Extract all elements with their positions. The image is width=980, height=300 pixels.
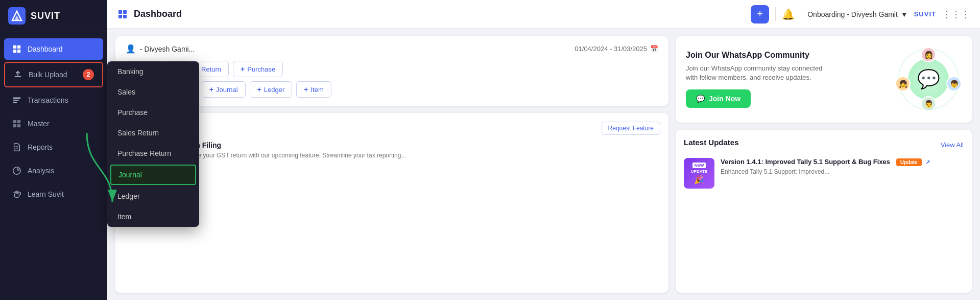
new-label: NEW (692, 163, 706, 168)
wa-avatar-right: 👦 (946, 76, 962, 91)
user-dropdown[interactable]: Onboarding - Divyesh Gamit ▼ (807, 10, 908, 18)
svg-rect-6 (17, 50, 20, 53)
latest-updates-card: Latest Updates View All NEW UPDATE 🎉 Ver… (676, 130, 972, 293)
upcoming-features-header: Upcoming Features Request Feature (124, 121, 660, 135)
request-feature-button[interactable]: Request Feature (602, 122, 660, 135)
header: Dashboard + 🔔 Onboarding - Divyesh Gamit… (107, 0, 980, 29)
dropdown-item-purchase[interactable]: Purchase (107, 102, 199, 123)
quick-btn-journal[interactable]: + Journal (202, 81, 246, 98)
user-icon: 👤 (126, 44, 136, 54)
dropdown-item-ledger[interactable]: Ledger (107, 186, 199, 206)
dropdown-item-sales[interactable]: Sales (107, 82, 199, 102)
svg-rect-7 (15, 76, 21, 77)
svg-rect-5 (13, 50, 16, 53)
dropdown-item-banking[interactable]: Banking (107, 61, 199, 82)
header-right: + 🔔 Onboarding - Divyesh Gamit ▼ SUVIT ⋮… (751, 5, 970, 24)
transactions-label: Transactions (28, 96, 68, 104)
analysis-label: Analysis (28, 167, 54, 175)
whatsapp-graphic: 💬 👩 👧 👦 👨 (895, 46, 962, 112)
header-divider (775, 7, 776, 21)
quick-btn-ledger[interactable]: + Ledger (250, 81, 293, 98)
wa-avatar-bottom: 👨 (921, 96, 936, 111)
analysis-icon (12, 166, 21, 175)
suvit-logo-icon (8, 7, 26, 25)
sidebar-logo: SUVIT (0, 0, 107, 32)
user-label: Onboarding - Divyesh Gamit (807, 10, 898, 18)
update-item: NEW UPDATE 🎉 Version 1.4.1: Improved Tal… (684, 158, 964, 189)
transactions-icon (12, 96, 21, 105)
dropdown-item-sales-return[interactable]: Sales Return (107, 123, 199, 143)
dropdown-item-item[interactable]: Item (107, 206, 199, 227)
header-grid-icon (117, 9, 128, 19)
card-date: 01/04/2024 - 31/03/2025 📅 (575, 45, 658, 53)
dropdown-menu: Banking Sales Purchase Sales Return Purc… (107, 61, 199, 227)
wa-center-icon: 💬 (908, 59, 949, 100)
suvit-brand-label: SUVIT (914, 10, 936, 18)
svg-rect-3 (13, 45, 16, 49)
svg-rect-8 (13, 98, 20, 99)
card-user-info: 👤 - Divyesh Gami... (126, 44, 195, 54)
add-button[interactable]: + (751, 5, 769, 24)
whatsapp-description: Join our WhatsApp community stay connect… (686, 64, 829, 82)
dashboard-area: 👤 - Divyesh Gami... 01/04/2024 - 31/03/2… (107, 29, 980, 300)
svg-rect-9 (13, 100, 19, 101)
svg-rect-11 (13, 120, 16, 123)
view-all-link[interactable]: View All (941, 141, 964, 149)
master-icon (12, 119, 21, 128)
sidebar-item-dashboard[interactable]: Dashboard (4, 38, 103, 60)
logo-text: SUVIT (31, 11, 60, 21)
whatsapp-info: Join Our WhatsApp Community Join our Wha… (686, 51, 829, 108)
header-left: Dashboard (117, 9, 182, 19)
calendar-icon: 📅 (650, 45, 658, 53)
svg-rect-4 (17, 45, 20, 49)
svg-rect-14 (17, 124, 20, 127)
whatsapp-title: Join Our WhatsApp Community (686, 51, 829, 60)
whatsapp-icon: 💬 (696, 95, 705, 103)
svg-rect-20 (118, 10, 122, 14)
sidebar: SUVIT Dashboard Bulk Upload 2 Transactio… (0, 0, 107, 300)
right-panel: Join Our WhatsApp Community Join our Wha… (676, 36, 972, 293)
sidebar-item-master[interactable]: Master (4, 113, 103, 134)
learn-suvit-label: Learn Suvit (28, 190, 64, 198)
svg-rect-23 (123, 15, 127, 18)
sidebar-item-learn-suvit[interactable]: Learn Suvit (4, 183, 103, 205)
dashboard-label: Dashboard (28, 45, 63, 53)
wa-avatar-left: 👧 (895, 76, 911, 91)
quick-entry-header: 👤 - Divyesh Gami... 01/04/2024 - 31/03/2… (126, 44, 658, 54)
external-link-icon[interactable]: ↗ (925, 159, 930, 165)
update-badge: Update (896, 158, 922, 166)
join-now-label: Join Now (709, 95, 740, 103)
dropdown-item-journal[interactable]: Journal (110, 165, 196, 185)
svg-rect-12 (17, 120, 20, 123)
sidebar-nav: Dashboard Bulk Upload 2 Transactions Mas… (0, 32, 107, 300)
update-icon-box: NEW UPDATE 🎉 (684, 158, 714, 189)
update-title: Version 1.4.1: Improved Tally 5.1 Suppor… (721, 158, 930, 166)
master-label: Master (28, 120, 50, 128)
quick-btn-item[interactable]: + Item (296, 81, 331, 98)
grid-dots-icon[interactable]: ⋮⋮⋮ (942, 9, 970, 20)
dashboard-icon (12, 44, 21, 54)
quick-btn-purchase[interactable]: + Purchase (233, 61, 283, 77)
quick-buttons-row-2: + Purchase Return + Journal + Ledger + I… (126, 81, 658, 98)
date-range-text: 01/04/2024 - 31/03/2025 (575, 45, 647, 53)
sidebar-item-analysis[interactable]: Analysis (4, 160, 103, 181)
header-divider-2 (801, 7, 801, 21)
join-now-button[interactable]: 💬 Join Now (686, 89, 751, 108)
updates-header: Latest Updates View All (684, 138, 964, 152)
sidebar-item-bulk-upload[interactable]: Bulk Upload 2 (4, 62, 103, 87)
sidebar-item-reports[interactable]: Reports (4, 136, 103, 158)
reports-icon (12, 143, 21, 152)
card-user-text: - Divyesh Gami... (140, 45, 195, 53)
svg-rect-13 (13, 124, 16, 127)
bulk-upload-icon (13, 70, 22, 79)
wa-avatar-top: 👩 (921, 47, 936, 62)
feature-item: GST Return Filing Seamlessly file your G… (124, 141, 660, 172)
main-content: Dashboard + 🔔 Onboarding - Divyesh Gamit… (107, 0, 980, 300)
bell-icon[interactable]: 🔔 (782, 8, 795, 20)
svg-rect-22 (118, 15, 122, 18)
svg-rect-21 (123, 10, 127, 14)
sidebar-item-transactions[interactable]: Transactions (4, 89, 103, 111)
bulk-upload-badge: 2 (83, 69, 94, 80)
learn-icon (12, 190, 21, 199)
dropdown-item-purchase-return[interactable]: Purchase Return (107, 143, 199, 164)
